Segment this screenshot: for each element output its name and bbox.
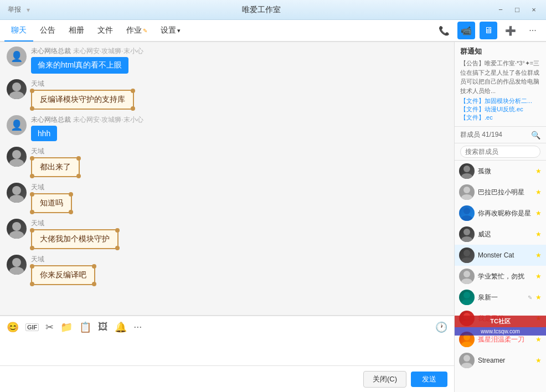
svg-point-10 [463,166,470,172]
svg-point-19 [461,257,472,263]
member-name: 威迟 [478,230,532,239]
nav-item-album[interactable]: 相册 [62,19,91,42]
notice-link-1[interactable]: 【文件】加固模块分析二... [460,97,540,105]
member-edit-icon[interactable]: ✎ [528,295,532,301]
message-row: 天域 你来反编译吧 [7,255,447,285]
bell-button[interactable]: 🔔 [115,321,127,333]
nav-item-file[interactable]: 文件 [91,19,120,42]
more-toolbar-button[interactable]: ··· [133,321,142,333]
member-name: 孤微 [478,167,532,176]
member-item[interactable]: Monster Cat ★ [455,245,546,266]
member-star-icon: ★ [535,314,542,322]
message-sender: 天域 [31,219,119,228]
svg-point-2 [12,150,21,159]
svg-point-16 [463,229,470,235]
member-item[interactable]: Streamer ★ [455,350,546,371]
member-avatar [459,311,475,326]
right-panel: 群通知 【公告】唯爱工作室·*3°✦=三位在搞下之星人扯了各位群成员可以把自己的… [455,42,546,392]
member-avatar [459,226,475,242]
titlebar-left: 举报 ▾ [4,4,30,16]
group-notice-text: 【公告】唯爱工作室·*3°✦=三位在搞下之星人扯了各位群成员可以把自己的作品发给… [460,59,540,95]
svg-point-4 [12,186,21,195]
nav-item-task[interactable]: 作业 ✎ [120,19,154,42]
member-name: 孤星泪温柔一刀 [478,335,532,344]
minimize-button[interactable]: − [493,3,508,17]
member-header: 群成员 41/194 🔍 [455,127,546,143]
message-sender: 天域 [31,255,95,264]
message-sender: 天域 [31,79,134,89]
settings-chevron: ▾ [177,27,181,34]
nav-item-chat[interactable]: 聊天 [4,19,33,42]
svg-point-9 [9,267,24,275]
member-search-button[interactable]: 🔍 [531,131,540,140]
svg-point-14 [463,208,470,214]
message-row: 👤 未心网络总裁 未心网安·攻城狮·末小心 hhh [7,115,447,141]
member-search [455,143,546,161]
svg-point-0 [12,82,21,91]
svg-point-17 [461,236,472,242]
svg-point-3 [9,159,24,167]
member-list: 孤微 ★ 巴拉巴拉小明星 ★ 你再改昵称你是星 [455,161,546,392]
screen-button[interactable]: 🖥 [480,22,497,39]
member-item[interactable]: 巴拉巴拉小明星 ★ [455,182,546,203]
member-item[interactable]: 孤微 ★ [455,161,546,182]
phone-button[interactable]: 📞 [435,22,453,39]
video-button[interactable]: 📹 [457,22,475,39]
member-avatar [459,247,475,263]
titlebar-controls: − □ × [493,3,542,17]
svg-point-12 [463,187,470,193]
nav-item-notice[interactable]: 公告 [33,19,62,42]
add-button[interactable]: ➕ [502,22,519,39]
text-input-row [0,338,454,365]
member-item[interactable]: 泉新一 ✎ ★ [455,287,546,308]
send-button[interactable]: 发送 [411,372,447,387]
avatar [7,219,27,239]
message-bubble: 你来反编译吧 [31,265,95,285]
task-edit-icon: ✎ [143,28,147,34]
svg-point-1 [9,91,24,99]
member-item[interactable]: 孤星泪温柔一刀 ★ [455,329,546,350]
svg-point-11 [461,173,472,179]
member-item[interactable]: 我是男的 ★ [455,308,546,329]
member-item[interactable]: 学业繁忙，勿扰 ★ [455,266,546,287]
member-item[interactable]: 你再改昵称你是星 ★ [455,203,546,224]
svg-point-7 [9,231,24,239]
message-content: 未心网络总裁 未心网安·攻城狮·末小心 hhh [31,115,143,141]
avatar [7,147,27,167]
svg-point-27 [461,342,472,347]
nav-item-settings[interactable]: 设置 ▾ [154,19,187,42]
avatar [7,183,27,203]
report-button[interactable]: 举报 [4,4,24,16]
close-button[interactable]: × [526,3,542,17]
svg-point-18 [463,250,470,256]
clipboard-button[interactable]: 📋 [79,321,91,333]
more-button[interactable]: ··· [524,22,542,39]
emoji-button[interactable]: 😊 [7,321,19,333]
member-search-input[interactable] [460,146,540,158]
gif-button[interactable]: GIF [25,323,39,331]
maximize-button[interactable]: □ [509,3,525,17]
svg-point-24 [463,313,470,319]
message-row: 天域 大佬我加个模块守护 [7,219,447,249]
member-star-icon: ★ [535,209,542,217]
member-avatar [459,269,475,284]
svg-point-15 [461,215,472,221]
chat-actions: 关闭(C) 发送 [0,365,454,392]
member-item[interactable]: 威迟 ★ [455,224,546,245]
avatar: 👤 [7,115,27,135]
folder-button[interactable]: 📁 [60,321,73,333]
scissors-button[interactable]: ✂ [45,321,54,333]
clock-button[interactable]: 🕐 [435,321,447,333]
chat-input-field[interactable] [6,343,449,360]
svg-point-28 [463,355,470,362]
message-bubble: 大佬我加个模块守护 [31,229,119,249]
message-bubble: 偷来的html真的看不上眼 [31,57,128,74]
notice-link-2[interactable]: 【文件】动漫UI反统.ec [460,105,540,114]
image-button[interactable]: 🖼 [98,321,108,333]
notice-link-3[interactable]: 【文件】.ec [460,114,540,122]
close-chat-button[interactable]: 关闭(C) [363,371,406,388]
svg-point-13 [461,194,472,200]
svg-point-26 [463,334,470,341]
member-name: Monster Cat [478,251,532,259]
svg-point-21 [461,278,472,284]
